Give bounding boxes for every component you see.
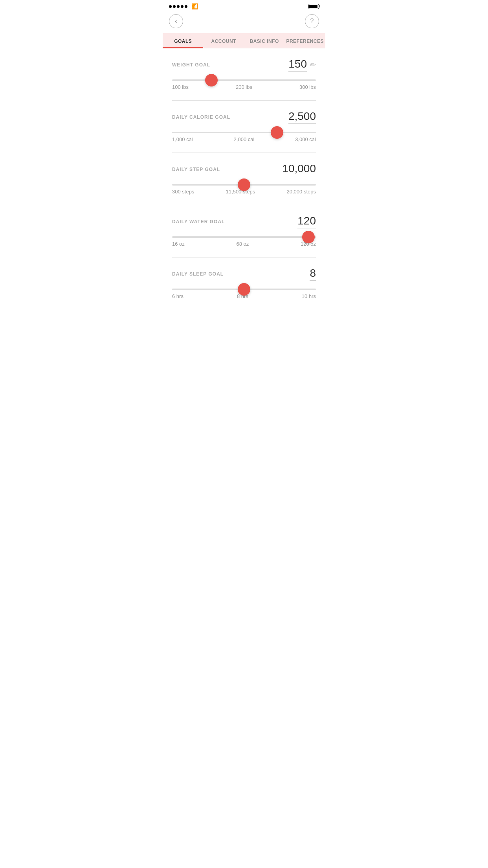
goal-section-water: DAILY WATER GOAL12016 oz68 oz120 oz bbox=[172, 205, 316, 257]
goal-value-steps: 10,000 bbox=[282, 162, 316, 176]
slider-label-weight-0: 100 lbs bbox=[172, 84, 189, 90]
slider-label-steps-2: 20,000 steps bbox=[287, 189, 316, 195]
goal-label-calorie: DAILY CALORIE GOAL bbox=[172, 114, 230, 120]
slider-label-water-1: 68 oz bbox=[236, 241, 249, 247]
slider-label-calorie-1: 2,000 cal bbox=[234, 136, 255, 142]
goal-value-row-calorie: 2,500 bbox=[288, 110, 316, 124]
slider-track-sleep[interactable] bbox=[172, 289, 316, 290]
slider-thumb-calorie[interactable] bbox=[271, 126, 283, 139]
back-button[interactable]: ‹ bbox=[169, 14, 183, 28]
signal-dot-2 bbox=[173, 5, 176, 8]
slider-track-water[interactable] bbox=[172, 236, 316, 238]
goal-section-steps: DAILY STEP GOAL10,000300 steps11,500 ste… bbox=[172, 153, 316, 205]
wifi-icon: 📶 bbox=[191, 3, 198, 9]
slider-container-water: 16 oz68 oz120 oz bbox=[172, 236, 316, 247]
status-bar: 📶 bbox=[163, 0, 325, 11]
goal-value-row-sleep: 8 bbox=[310, 267, 316, 281]
tab-preferences[interactable]: PREFERENCES bbox=[284, 33, 325, 48]
tab-bar: GOALS ACCOUNT BASIC INFO PREFERENCES bbox=[163, 33, 325, 48]
slider-track-steps[interactable] bbox=[172, 184, 316, 186]
signal-dot-3 bbox=[177, 5, 180, 8]
help-button[interactable]: ? bbox=[305, 14, 319, 28]
slider-container-sleep: 6 hrs8 hrs10 hrs bbox=[172, 289, 316, 299]
slider-label-weight-2: 300 lbs bbox=[299, 84, 316, 90]
goal-header-calorie: DAILY CALORIE GOAL2,500 bbox=[172, 110, 316, 124]
goal-section-calorie: DAILY CALORIE GOAL2,5001,000 cal2,000 ca… bbox=[172, 101, 316, 153]
tab-account[interactable]: ACCOUNT bbox=[203, 33, 244, 48]
signal-dot-5 bbox=[185, 5, 187, 8]
goal-header-sleep: DAILY SLEEP GOAL8 bbox=[172, 267, 316, 281]
slider-labels-calorie: 1,000 cal2,000 cal3,000 cal bbox=[172, 136, 316, 142]
slider-track-weight[interactable] bbox=[172, 79, 316, 81]
goal-value-row-water: 120 bbox=[297, 215, 316, 228]
slider-container-steps: 300 steps11,500 steps20,000 steps bbox=[172, 184, 316, 195]
slider-label-sleep-0: 6 hrs bbox=[172, 293, 183, 299]
goal-label-water: DAILY WATER GOAL bbox=[172, 219, 225, 224]
edit-icon-weight[interactable]: ✏ bbox=[310, 61, 316, 69]
goal-header-steps: DAILY STEP GOAL10,000 bbox=[172, 162, 316, 176]
goal-header-weight: WEIGHT GOAL150✏ bbox=[172, 58, 316, 72]
goal-value-water: 120 bbox=[297, 215, 316, 228]
signal-dot-1 bbox=[169, 5, 172, 8]
battery-icon bbox=[308, 4, 319, 9]
battery-fill bbox=[309, 5, 317, 8]
slider-labels-water: 16 oz68 oz120 oz bbox=[172, 241, 316, 247]
slider-label-weight-1: 200 lbs bbox=[236, 84, 252, 90]
goal-value-sleep: 8 bbox=[310, 267, 316, 281]
status-left: 📶 bbox=[169, 3, 198, 9]
goal-value-calorie: 2,500 bbox=[288, 110, 316, 124]
goal-section-sleep: DAILY SLEEP GOAL86 hrs8 hrs10 hrs bbox=[172, 257, 316, 309]
goal-header-water: DAILY WATER GOAL120 bbox=[172, 215, 316, 228]
status-right bbox=[308, 4, 319, 9]
content-area: WEIGHT GOAL150✏100 lbs200 lbs300 lbsDAIL… bbox=[163, 48, 325, 309]
goal-label-sleep: DAILY SLEEP GOAL bbox=[172, 271, 224, 277]
slider-label-steps-0: 300 steps bbox=[172, 189, 194, 195]
goal-value-weight: 150 bbox=[288, 58, 307, 72]
slider-track-calorie[interactable] bbox=[172, 132, 316, 133]
slider-container-weight: 100 lbs200 lbs300 lbs bbox=[172, 79, 316, 90]
slider-label-calorie-0: 1,000 cal bbox=[172, 136, 193, 142]
slider-label-sleep-2: 10 hrs bbox=[302, 293, 316, 299]
tab-goals[interactable]: GOALS bbox=[163, 33, 203, 48]
goal-value-row-steps: 10,000 bbox=[282, 162, 316, 176]
goal-label-weight: WEIGHT GOAL bbox=[172, 62, 210, 68]
tab-basic-info[interactable]: BASIC INFO bbox=[244, 33, 284, 48]
slider-container-calorie: 1,000 cal2,000 cal3,000 cal bbox=[172, 132, 316, 142]
slider-labels-weight: 100 lbs200 lbs300 lbs bbox=[172, 84, 316, 90]
signal-dots bbox=[169, 5, 187, 8]
nav-bar: ‹ ? bbox=[163, 11, 325, 33]
signal-dot-4 bbox=[181, 5, 183, 8]
slider-label-calorie-2: 3,000 cal bbox=[295, 136, 316, 142]
goal-section-weight: WEIGHT GOAL150✏100 lbs200 lbs300 lbs bbox=[172, 48, 316, 101]
goal-label-steps: DAILY STEP GOAL bbox=[172, 167, 220, 172]
slider-thumb-water[interactable] bbox=[302, 231, 315, 243]
goal-value-row-weight: 150✏ bbox=[288, 58, 316, 72]
slider-thumb-sleep[interactable] bbox=[238, 283, 250, 296]
slider-label-water-0: 16 oz bbox=[172, 241, 185, 247]
slider-thumb-steps[interactable] bbox=[238, 178, 250, 191]
slider-thumb-weight[interactable] bbox=[205, 74, 218, 86]
